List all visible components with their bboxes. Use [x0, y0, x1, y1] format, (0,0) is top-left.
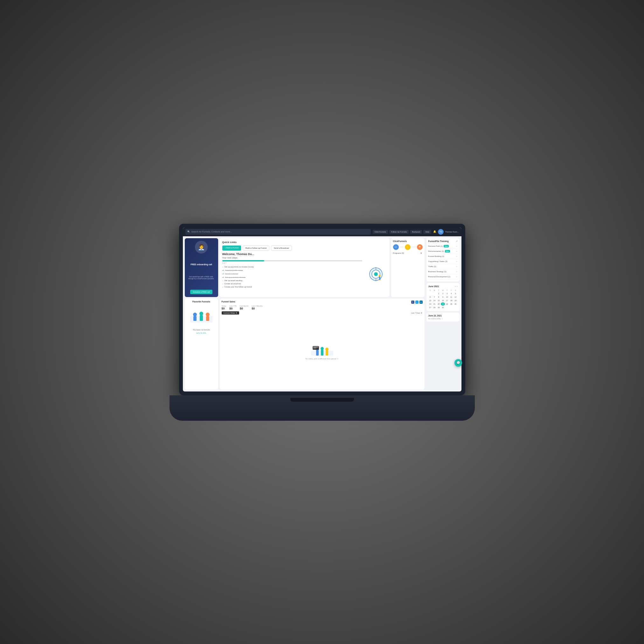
calendar-nav: ‹ ›	[455, 285, 457, 288]
programs-flow: CF ⚡ 👁	[393, 244, 423, 250]
svg-rect-14	[206, 316, 209, 321]
cal-day-21[interactable]: 21	[433, 302, 436, 306]
cal-day-12[interactable]: 12	[454, 295, 457, 299]
funnel-sales-card: Funnel Sales f t in Today $0	[220, 299, 425, 390]
laptop-screen: 🔍 Search for Funnels, Contacts and more.…	[183, 227, 461, 391]
cal-day-2[interactable]: 2	[441, 292, 445, 295]
cal-day-29[interactable]: 29	[437, 306, 440, 309]
welcome-title: Welcome, Thomas Du...	[222, 253, 362, 256]
programs-title: Programs (0)	[393, 252, 404, 254]
step-email-list: Create an email list	[222, 283, 362, 285]
search-bar[interactable]: 🔍 Search for Funnels, Contacts and more.…	[185, 229, 371, 235]
cal-header-w: W	[441, 289, 445, 292]
metric-last-month: Last Month $0	[240, 305, 248, 310]
cal-day-17[interactable]: 17	[445, 299, 449, 302]
svg-rect-21	[326, 350, 328, 356]
training-item-copy: Copywriting / Sales (1) +	[428, 259, 458, 264]
funnel-empty-text: You have no funnels	[193, 329, 210, 331]
metric-last-3-months: Last 3 Months $0	[252, 305, 263, 310]
training-building-expand[interactable]: +	[456, 255, 458, 258]
cal-next-button[interactable]: ›	[457, 285, 458, 288]
cal-day-9[interactable]: 9	[441, 295, 445, 299]
training-external-icon: ↗	[456, 240, 458, 243]
training-business-label: Business Strategy (1)	[428, 271, 447, 273]
schedule-call-button[interactable]: Schedule a FREE call	[190, 290, 212, 294]
cal-day-14[interactable]: 14	[433, 299, 436, 302]
cal-day-4[interactable]: 4	[449, 292, 453, 295]
metric-today: Today $0	[222, 305, 226, 310]
laptop: 🔍 Search for Funnels, Contacts and more.…	[179, 224, 465, 421]
training-business-expand[interactable]: +	[456, 270, 458, 273]
training-success-expand[interactable]: +	[456, 245, 458, 248]
cal-day-8[interactable]: 8	[437, 295, 440, 299]
filter-period[interactable]: Last 7 Days ▼	[411, 312, 422, 314]
chat-button[interactable]: 💬	[454, 359, 462, 367]
cal-day-18[interactable]: 18	[449, 299, 453, 302]
cal-day-20[interactable]: 20	[428, 302, 432, 306]
cal-day-13[interactable]: 13	[428, 299, 432, 302]
bell-icon[interactable]: 🔔	[433, 230, 436, 233]
navbar: 🔍 Search for Funnels, Contacts and more.…	[183, 227, 461, 236]
twitter-icon: t	[415, 301, 419, 304]
cal-day-5[interactable]: 5	[454, 292, 457, 295]
onboarding-subtitle: Get started fast with a FREE walk-throug…	[187, 276, 216, 280]
cal-day-28[interactable]: 28	[433, 306, 436, 309]
cal-day-1[interactable]: 1	[437, 292, 440, 295]
step-profile: Account profile setup	[222, 269, 362, 272]
training-personal-expand[interactable]: +	[456, 275, 458, 278]
laptop-base	[170, 395, 475, 421]
cal-day-30[interactable]: 30	[441, 306, 445, 309]
follow-up-funnel-button[interactable]: Build a Follow-up Funnel	[243, 246, 269, 251]
flow-line-1	[400, 247, 404, 247]
training-docs-expand[interactable]: +	[456, 250, 458, 253]
svg-rect-17	[316, 350, 319, 356]
training-copy-expand[interactable]: +	[456, 260, 458, 263]
nav-backpack[interactable]: Backpack	[410, 230, 422, 234]
quick-links-buttons: + Build a Funnel Build a Follow-up Funne…	[222, 246, 387, 251]
nav-help[interactable]: Help	[423, 230, 431, 234]
step-payments: Set up payments to receive money	[222, 266, 362, 268]
nav-follow-up[interactable]: Follow Up Funnels	[389, 230, 409, 234]
cal-day-11[interactable]: 11	[449, 295, 453, 299]
target-illustration	[365, 253, 387, 294]
funnel-cta-link[interactable]: Let's fix this.	[196, 332, 207, 334]
user-avatar[interactable]: TD	[438, 229, 444, 235]
cal-header-f: F	[449, 289, 453, 292]
cal-day-23-today[interactable]: 23	[441, 302, 445, 306]
cal-day-26[interactable]: 26	[454, 302, 457, 306]
cal-prev-button[interactable]: ‹	[455, 285, 456, 288]
cal-day-3[interactable]: 3	[445, 292, 449, 295]
cal-day-7[interactable]: 7	[433, 295, 436, 299]
favorite-funnels-card: Favorite Funnels	[185, 299, 218, 390]
metric-today-value: $0	[222, 307, 226, 310]
nav-click-funnels[interactable]: Click Funnels	[373, 230, 388, 234]
cal-day-6[interactable]: 6	[428, 295, 432, 299]
training-traffic-label: Traffic (2)	[428, 266, 436, 267]
build-funnel-button[interactable]: + Build a Funnel	[222, 246, 241, 251]
social-icons: f t in	[411, 301, 423, 304]
flow-node-cf: CF	[393, 244, 399, 250]
training-traffic-expand[interactable]: +	[456, 265, 458, 268]
right-sidebar: FunnelFlix Training ↗ Success Path (1) N…	[426, 236, 461, 391]
cal-day-22[interactable]: 22	[437, 302, 440, 306]
cal-day-15[interactable]: 15	[437, 299, 440, 302]
svg-rect-19	[321, 350, 323, 356]
connect-stripe-button[interactable]: Connect Stripe ▼	[222, 311, 239, 315]
welcome-text: Welcome, Thomas Du... Your next steps 1 …	[222, 253, 362, 294]
cal-day-16[interactable]: 16	[441, 299, 445, 302]
cal-day-27[interactable]: 27	[428, 306, 432, 309]
training-header: FunnelFlix Training ↗	[428, 240, 458, 243]
programs-card: ClickFunnels CF ⚡ 👁 Programs (0)	[391, 238, 425, 297]
cal-day-19[interactable]: 19	[454, 299, 457, 302]
sales-header: Funnel Sales f t in	[222, 301, 423, 304]
broadcast-button[interactable]: Send a Broadcast	[271, 246, 292, 251]
cal-day-10[interactable]: 10	[445, 295, 449, 299]
programs-dropdown-arrow[interactable]: ▼	[420, 252, 423, 255]
favorite-funnels-title: Favorite Funnels	[192, 301, 210, 303]
metric-last-month-value: $0	[240, 307, 248, 310]
svg-point-13	[206, 313, 210, 316]
cal-day-24[interactable]: 24	[445, 302, 449, 306]
progress-text: 1 of 7	[222, 262, 362, 264]
cal-day-25[interactable]: 25	[449, 302, 453, 306]
flow-line-2	[412, 247, 416, 247]
